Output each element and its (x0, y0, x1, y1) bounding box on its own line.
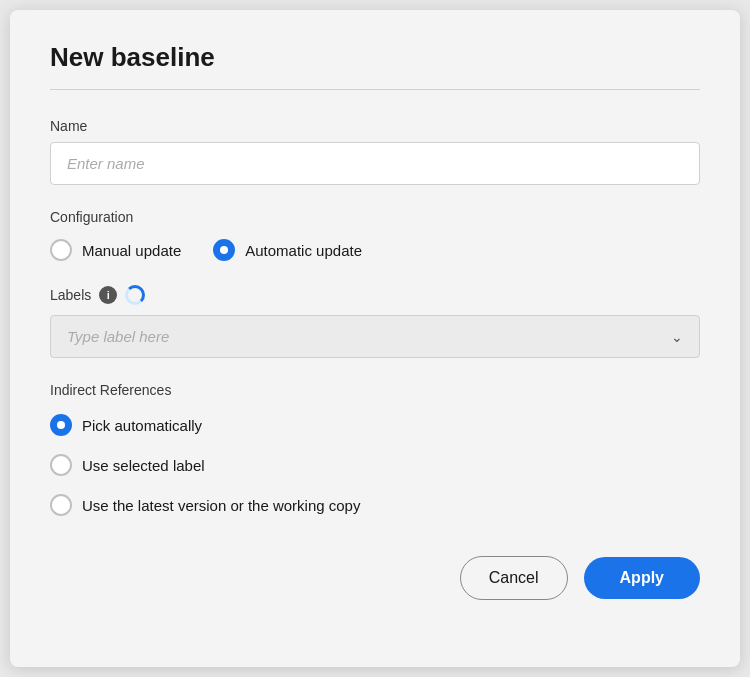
cancel-button[interactable]: Cancel (460, 556, 568, 600)
dropdown-arrow-icon: ⌄ (671, 329, 683, 345)
radio-label-manual: Manual update (82, 242, 181, 259)
radio-circle-pick-auto (50, 414, 72, 436)
radio-circle-manual (50, 239, 72, 261)
labels-label: Labels (50, 287, 91, 303)
radio-manual-update[interactable]: Manual update (50, 239, 181, 261)
labels-info-icon[interactable]: i (99, 286, 117, 304)
radio-circle-use-selected (50, 454, 72, 476)
radio-circle-use-latest (50, 494, 72, 516)
dialog-title: New baseline (50, 42, 700, 73)
labels-row: Labels i (50, 285, 700, 305)
radio-use-latest-version[interactable]: Use the latest version or the working co… (50, 494, 700, 516)
radio-label-use-selected: Use selected label (82, 457, 205, 474)
name-label: Name (50, 118, 700, 134)
labels-placeholder: Type label here (67, 328, 169, 345)
indirect-references-radio-group: Pick automatically Use selected label Us… (50, 414, 700, 516)
radio-label-use-latest: Use the latest version or the working co… (82, 497, 360, 514)
configuration-radio-group: Manual update Automatic update (50, 239, 700, 261)
radio-use-selected-label[interactable]: Use selected label (50, 454, 700, 476)
radio-label-automatic: Automatic update (245, 242, 362, 259)
labels-loading-spinner (125, 285, 145, 305)
radio-circle-automatic (213, 239, 235, 261)
new-baseline-dialog: New baseline Name Configuration Manual u… (10, 10, 740, 667)
radio-label-pick-auto: Pick automatically (82, 417, 202, 434)
radio-pick-automatically[interactable]: Pick automatically (50, 414, 700, 436)
dialog-footer: Cancel Apply (50, 556, 700, 600)
labels-dropdown[interactable]: Type label here ⌄ (50, 315, 700, 358)
indirect-references-label: Indirect References (50, 382, 700, 398)
divider (50, 89, 700, 90)
radio-automatic-update[interactable]: Automatic update (213, 239, 362, 261)
configuration-label: Configuration (50, 209, 700, 225)
name-input[interactable] (50, 142, 700, 185)
apply-button[interactable]: Apply (584, 557, 700, 599)
